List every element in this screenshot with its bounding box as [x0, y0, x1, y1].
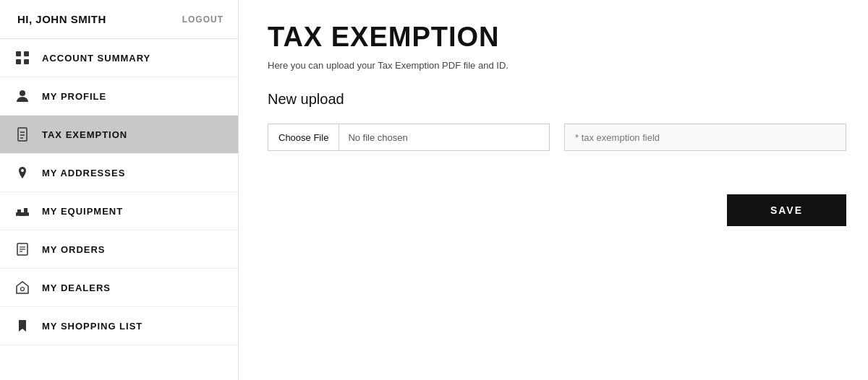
sidebar-item-my-profile[interactable]: MY PROFILE: [0, 77, 238, 116]
dealers-icon: [14, 280, 30, 295]
sidebar-item-my-equipment[interactable]: MY EQUIPMENT: [0, 192, 238, 230]
sidebar-item-label: TAX EXEMPTION: [42, 129, 127, 140]
save-button-wrapper: SAVE: [268, 194, 846, 226]
logout-link[interactable]: LOGOUT: [182, 14, 224, 25]
svg-rect-9: [16, 212, 29, 216]
orders-icon: [14, 242, 30, 256]
page-title: TAX EXEMPTION: [268, 22, 846, 53]
svg-rect-11: [24, 208, 27, 212]
sidebar-item-label: MY ADDRESSES: [42, 168, 125, 178]
sidebar-item-label: MY PROFILE: [42, 91, 106, 102]
svg-point-4: [20, 90, 25, 96]
svg-rect-3: [24, 59, 29, 64]
sidebar-header: HI, JOHN SMITH LOGOUT: [0, 0, 238, 39]
svg-rect-10: [17, 210, 21, 212]
user-icon: [14, 89, 30, 103]
upload-row: Choose File No file chosen: [268, 124, 846, 151]
sidebar-item-label: MY ORDERS: [42, 244, 106, 255]
save-button[interactable]: SAVE: [727, 194, 846, 226]
svg-point-18: [21, 288, 25, 291]
svg-rect-0: [16, 51, 21, 56]
sidebar: HI, JOHN SMITH LOGOUT ACCOUNT SUMMARY: [0, 0, 239, 380]
sidebar-item-my-shopping-list[interactable]: MY SHOPPING LIST: [0, 307, 238, 345]
file-name-display: No file chosen: [339, 132, 549, 143]
sidebar-nav: ACCOUNT SUMMARY MY PROFILE: [0, 39, 238, 345]
grid-icon: [14, 51, 30, 65]
sidebar-username: HI, JOHN SMITH: [17, 13, 106, 25]
equipment-icon: [14, 204, 30, 218]
sidebar-item-my-dealers[interactable]: MY DEALERS: [0, 269, 238, 307]
choose-file-button[interactable]: Choose File: [268, 124, 339, 150]
document-icon: [14, 127, 30, 142]
svg-point-12: [17, 216, 20, 218]
sidebar-item-label: ACCOUNT SUMMARY: [42, 53, 150, 64]
svg-rect-5: [18, 128, 27, 141]
location-icon: [14, 165, 30, 180]
svg-rect-2: [16, 59, 21, 64]
sidebar-item-label: MY SHOPPING LIST: [42, 321, 142, 332]
page-description: Here you can upload your Tax Exemption P…: [268, 60, 846, 71]
sidebar-item-my-orders[interactable]: MY ORDERS: [0, 230, 238, 269]
sidebar-item-label: MY EQUIPMENT: [42, 206, 123, 217]
svg-point-13: [26, 216, 28, 218]
section-title: New upload: [268, 91, 846, 108]
bookmark-icon: [14, 319, 30, 333]
sidebar-item-tax-exemption[interactable]: TAX EXEMPTION: [0, 116, 238, 154]
file-input-wrapper: Choose File No file chosen: [268, 124, 550, 151]
sidebar-item-label: MY DEALERS: [42, 282, 111, 293]
svg-rect-1: [24, 51, 29, 56]
sidebar-item-my-addresses[interactable]: MY ADDRESSES: [0, 154, 238, 192]
tax-exemption-input[interactable]: [564, 124, 846, 151]
main-content: TAX EXEMPTION Here you can upload your T…: [239, 0, 868, 380]
sidebar-item-account-summary[interactable]: ACCOUNT SUMMARY: [0, 39, 238, 77]
